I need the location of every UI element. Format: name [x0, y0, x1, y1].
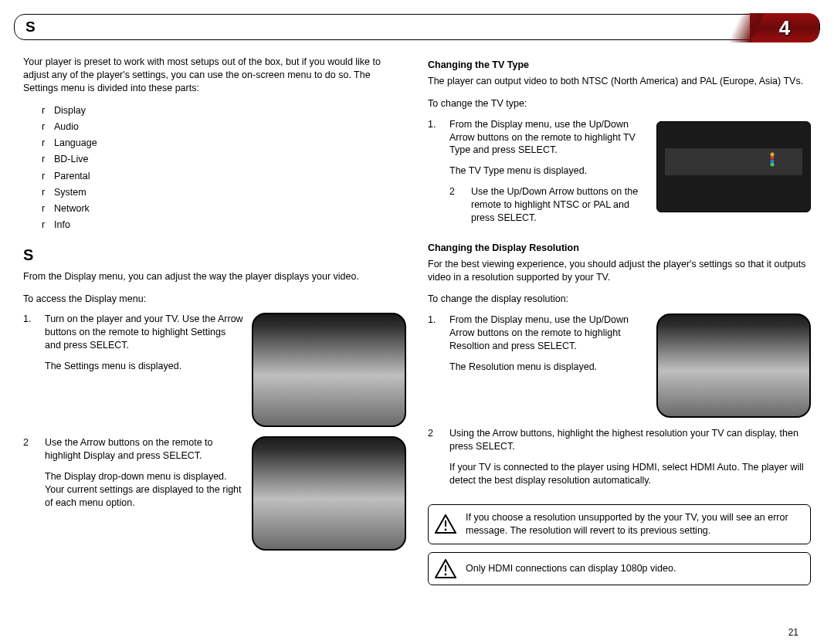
list-item: rLanguage	[42, 135, 406, 151]
warning-icon	[435, 559, 456, 578]
step-text: Using the Arrow buttons, highlight the h…	[449, 427, 811, 495]
list-item: rInfo	[42, 217, 406, 233]
tv-type-intro: The player can output video to both NTSC…	[428, 75, 811, 88]
warning-hdmi-only: Only HDMI connections can display 1080p …	[428, 552, 811, 585]
steps-tv-type: 1. From the Display menu, use the Up/Dow…	[428, 118, 811, 232]
svg-point-5	[445, 573, 447, 575]
res-step-1: 1. From the Display menu, use the Up/Dow…	[428, 314, 811, 418]
step-text: Turn on the player and your TV. Use the …	[45, 313, 244, 427]
step-number: 2	[449, 185, 463, 232]
step-2: 2 Use the Arrow buttons on the remote to…	[23, 436, 406, 551]
list-item: rAudio	[42, 119, 406, 135]
step-text: From the Display menu, use the Up/Down A…	[449, 118, 649, 232]
list-item: rNetwork	[42, 201, 406, 217]
list-item: rParental	[42, 168, 406, 185]
resolution-menu-photo	[656, 314, 811, 418]
step-number: 2	[23, 436, 37, 551]
resolution-intro: For the best viewing experience, you sho…	[428, 258, 811, 284]
content-columns: Your player is preset to work with most …	[0, 40, 834, 593]
left-column: Your player is preset to work with most …	[23, 56, 406, 593]
warning-text: If you choose a resolution unsupported b…	[466, 511, 802, 537]
warning-text: Only HDMI connections can display 1080p …	[466, 562, 676, 575]
step-number: 2	[428, 427, 442, 495]
step-1: 1. Turn on the player and your TV. Use t…	[23, 313, 406, 427]
tv-step-1: 1. From the Display menu, use the Up/Dow…	[428, 118, 811, 232]
resolution-lead: To change the display resolution:	[428, 293, 811, 306]
warning-icon	[435, 514, 456, 534]
svg-point-2	[445, 529, 447, 531]
display-menu-photo	[252, 436, 406, 551]
page-number: 21	[788, 627, 798, 638]
settings-parts-list: rDisplay rAudio rLanguage rBD-Live rPare…	[42, 103, 406, 234]
section-heading: S	[23, 245, 406, 266]
section-intro: From the Display menu, you can adjust th…	[23, 270, 406, 283]
page-header: S 4	[14, 14, 820, 40]
res-step-2: 2 Using the Arrow buttons, highlight the…	[428, 427, 811, 495]
tv-type-heading: Changing the TV Type	[428, 59, 811, 72]
chapter-badge: 4	[750, 13, 819, 42]
resolution-heading: Changing the Display Resolution	[428, 242, 811, 255]
step-number: 1.	[428, 118, 442, 232]
intro-text: Your player is preset to work with most …	[23, 56, 406, 95]
warning-unsupported-resolution: If you choose a resolution unsupported b…	[428, 504, 811, 544]
steps-resolution: 1. From the Display menu, use the Up/Dow…	[428, 314, 811, 495]
right-column: Changing the TV Type The player can outp…	[428, 56, 811, 593]
step-number: 1.	[23, 313, 37, 427]
step-text: Use the Arrow buttons on the remote to h…	[45, 436, 244, 551]
step-number: 1.	[428, 314, 442, 418]
header-title: S	[25, 19, 39, 36]
settings-menu-photo	[252, 313, 406, 427]
list-item: rDisplay	[42, 103, 406, 119]
steps-access-display: 1. Turn on the player and your TV. Use t…	[23, 313, 406, 551]
list-item: rSystem	[42, 185, 406, 201]
chapter-number: 4	[779, 16, 790, 40]
tv-type-lead: To change the TV type:	[428, 97, 811, 110]
step-text: From the Display menu, use the Up/Down A…	[449, 314, 649, 418]
access-lead: To access the Display menu:	[23, 293, 406, 306]
list-item: rBD-Live	[42, 151, 406, 168]
player-rear-photo	[656, 121, 811, 212]
